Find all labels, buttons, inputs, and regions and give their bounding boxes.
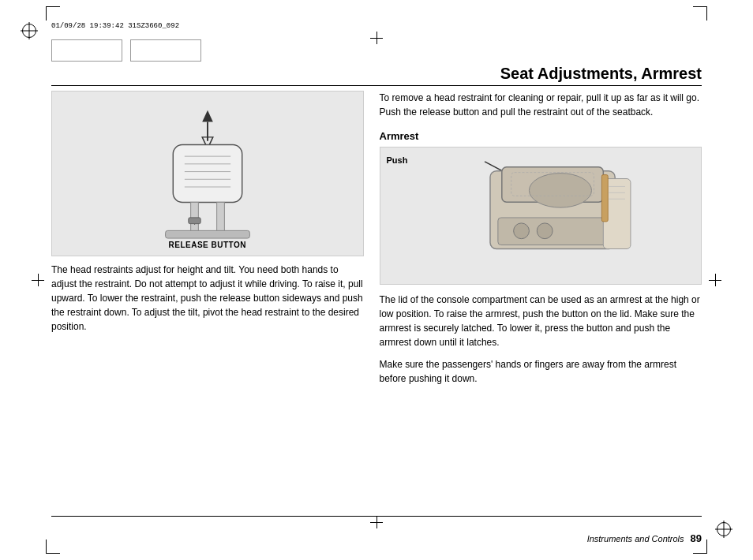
svg-point-23 (537, 223, 553, 239)
left-body-text: The head restraints adjust for height an… (51, 263, 364, 334)
page-title: Seat Adjustments, Armrest (500, 65, 702, 83)
main-content: • RELEASE BUTTON The head restraints adj… (51, 91, 702, 501)
timestamp: 01/09/28 19:39:42 31SZ3660_092 (51, 22, 179, 30)
armrest-body-text-1: The lid of the console compartment can b… (380, 293, 702, 349)
right-column: To remove a head restraint for cleaning … (380, 91, 702, 501)
svg-rect-3 (173, 145, 242, 203)
push-label: Push (387, 155, 408, 165)
armrest-body-text-2: Make sure the passengers' hands or finge… (380, 357, 702, 386)
armrest-svg (380, 147, 701, 284)
svg-rect-28 (601, 175, 608, 222)
reg-mark-bc (370, 516, 383, 528)
armrest-section-title: Armrest (380, 130, 702, 142)
reg-mark-lc (32, 274, 44, 286)
svg-rect-11 (165, 230, 249, 238)
header-box-1 (51, 39, 122, 62)
footer-page-number: 89 (691, 532, 702, 544)
svg-rect-10 (216, 202, 224, 233)
head-restraint-illustration: • RELEASE BUTTON (51, 91, 364, 256)
svg-point-22 (513, 223, 529, 239)
footer-rule (51, 516, 702, 517)
armrest-illustration: Push (380, 147, 702, 285)
reg-mark-br (717, 522, 731, 536)
header-boxes (51, 39, 201, 62)
svg-point-19 (529, 174, 591, 207)
footer-section-label: Instruments and Controls (587, 534, 684, 543)
svg-marker-0 (202, 110, 213, 122)
intro-text: To remove a head restraint for cleaning … (380, 91, 702, 119)
svg-text:•: • (193, 222, 195, 226)
release-button-label: RELEASE BUTTON (169, 241, 247, 249)
left-column: • RELEASE BUTTON The head restraints adj… (51, 91, 364, 501)
header: 01/09/28 19:39:42 31SZ3660_092 Seat Adju… (0, 0, 753, 63)
header-rule (51, 85, 702, 86)
header-box-2 (130, 39, 201, 62)
footer: Instruments and Controls 89 (51, 532, 702, 544)
head-restraint-svg: • (144, 106, 271, 241)
reg-mark-rc (709, 274, 721, 286)
